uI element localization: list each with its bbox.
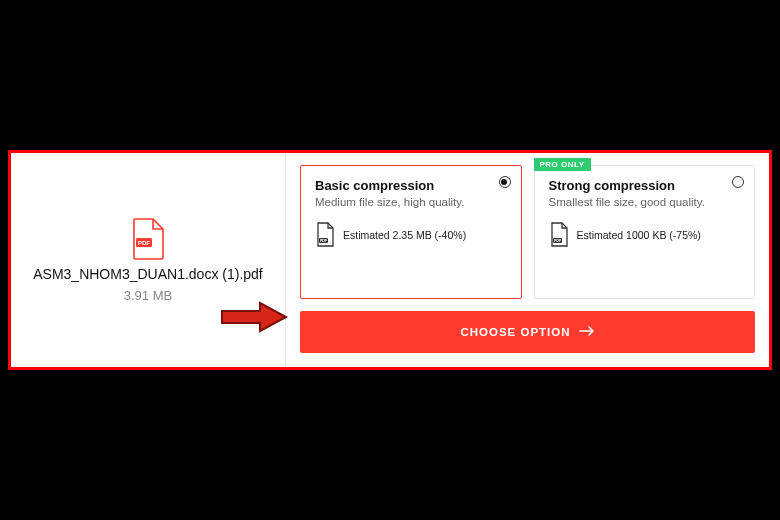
option-estimate-row: PDF Estimated 1000 KB (-75%) xyxy=(549,222,741,248)
choose-option-button[interactable]: CHOOSE OPTION xyxy=(300,311,755,353)
option-description: Medium file size, high quality. xyxy=(315,196,507,208)
pdf-file-icon: PDF xyxy=(131,218,165,260)
compress-panel: PDF ASM3_NHOM3_DUAN1.docx (1).pdf 3.91 M… xyxy=(8,150,772,370)
option-title: Basic compression xyxy=(315,178,507,193)
arrow-right-icon xyxy=(220,299,290,339)
option-estimate-text: Estimated 2.35 MB (-40%) xyxy=(343,229,466,241)
compression-options: Basic compression Medium file size, high… xyxy=(300,165,755,299)
svg-text:PDF: PDF xyxy=(553,239,561,243)
pdf-small-icon: PDF xyxy=(315,222,335,248)
pro-only-badge: PRO ONLY xyxy=(534,158,591,171)
option-title: Strong compression xyxy=(549,178,741,193)
file-size: 3.91 MB xyxy=(124,288,172,303)
file-name: ASM3_NHOM3_DUAN1.docx (1).pdf xyxy=(33,266,263,282)
svg-text:PDF: PDF xyxy=(320,239,328,243)
pdf-small-icon: PDF xyxy=(549,222,569,248)
option-strong-compression[interactable]: PRO ONLY Strong compression Smallest fil… xyxy=(534,165,756,299)
option-estimate-row: PDF Estimated 2.35 MB (-40%) xyxy=(315,222,507,248)
options-pane: Basic compression Medium file size, high… xyxy=(286,153,769,367)
button-label: CHOOSE OPTION xyxy=(460,326,570,338)
svg-text:PDF: PDF xyxy=(138,240,150,246)
radio-unselected-icon[interactable] xyxy=(732,176,744,188)
file-preview-pane: PDF ASM3_NHOM3_DUAN1.docx (1).pdf 3.91 M… xyxy=(11,153,286,367)
option-estimate-text: Estimated 1000 KB (-75%) xyxy=(577,229,701,241)
radio-selected-icon[interactable] xyxy=(499,176,511,188)
arrow-right-icon xyxy=(579,326,595,338)
option-description: Smallest file size, good quality. xyxy=(549,196,741,208)
option-basic-compression[interactable]: Basic compression Medium file size, high… xyxy=(300,165,522,299)
